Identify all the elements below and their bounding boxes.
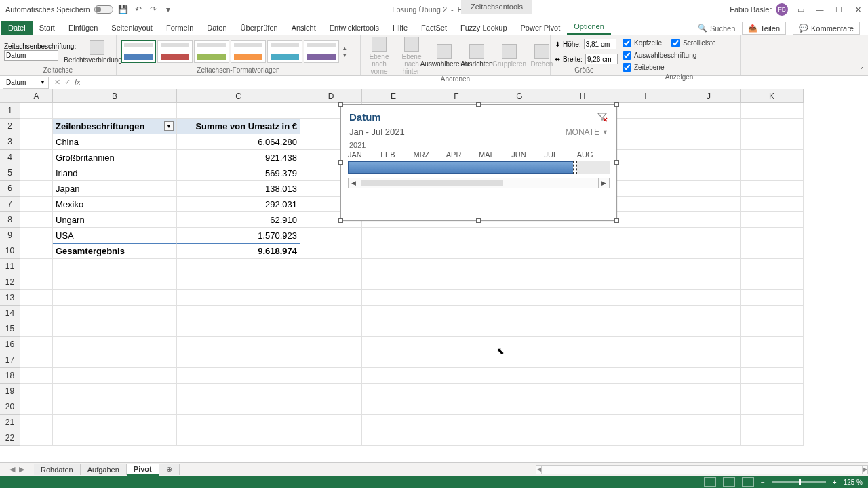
col-header-E[interactable]: E [362,89,425,103]
row-header-2[interactable]: 2 [0,119,20,134]
sheet-tab-aufgaben[interactable]: Aufgaben [81,464,127,475]
scroll-right-icon[interactable]: ▶ [862,466,867,474]
style-thumb-2[interactable] [157,40,193,63]
zoom-level[interactable]: 125 % [844,479,863,486]
tab-developer[interactable]: Entwicklertools [323,21,386,35]
selection-pane-button[interactable]: Auswahlbereich [430,44,458,68]
resize-handle[interactable] [476,218,481,223]
row-header-14[interactable]: 14 [0,306,20,321]
autosave-toggle[interactable]: Automatisches Speichern [5,5,113,14]
redo-icon[interactable]: ↷ [149,5,158,14]
minimize-icon[interactable]: — [814,3,826,16]
fx-icon[interactable]: fx [75,78,81,87]
pivot-filter-dropdown[interactable]: ▼ [164,121,174,131]
cancel-formula-icon[interactable]: ✕ [54,78,60,87]
row-header-7[interactable]: 7 [0,197,20,212]
tab-view[interactable]: Ansicht [285,21,323,35]
row-header-10[interactable]: 10 [0,243,20,259]
row-header-12[interactable]: 12 [0,274,20,290]
row-header-6[interactable]: 6 [0,181,20,197]
sheet-nav-prev-icon[interactable]: ◀ [9,465,15,474]
tab-help[interactable]: Hilfe [386,21,414,35]
row-header-15[interactable]: 15 [0,321,20,337]
clear-filter-icon[interactable] [596,110,608,123]
tab-options[interactable]: Optionen [567,20,611,35]
view-pagebreak-icon[interactable] [742,477,754,487]
row-header-22[interactable]: 22 [0,430,20,446]
timeline-track[interactable] [348,161,610,174]
row-header-8[interactable]: 8 [0,212,20,228]
zoom-in-icon[interactable]: + [833,479,837,486]
worksheet-grid[interactable]: ABCDEFGHIJK 1234567891011121314151617181… [0,89,868,449]
style-thumb-1[interactable] [121,40,156,63]
tab-data[interactable]: Daten [200,21,233,35]
row-header-13[interactable]: 13 [0,290,20,306]
collapse-ribbon-icon[interactable]: ˄ [861,66,864,74]
chk-time-level[interactable]: Zeitebene [623,61,664,73]
report-connections-button[interactable]: Berichtsverbindungen [81,40,112,64]
scroll-left-icon[interactable]: ◀ [536,466,542,474]
timeline-grip[interactable] [573,161,577,174]
resize-handle[interactable] [614,218,619,223]
resize-handle[interactable] [476,102,481,107]
sheet-tab-pivot[interactable]: Pivot [127,464,159,476]
resize-handle[interactable] [338,218,343,223]
col-header-A[interactable]: A [20,89,53,103]
view-layout-icon[interactable] [723,477,735,487]
accept-formula-icon[interactable]: ✓ [64,78,71,87]
sheet-tab-rohdaten[interactable]: Rohdaten [34,464,81,475]
tab-file[interactable]: Datei [1,21,33,35]
row-header-5[interactable]: 5 [0,165,20,181]
scroll-right-icon[interactable]: ▶ [598,178,609,188]
timeline-level-dropdown[interactable]: MONATE▼ [566,127,608,137]
toggle-switch-icon[interactable] [94,5,113,14]
row-header-11[interactable]: 11 [0,259,20,274]
tab-fuzzy[interactable]: Fuzzy Lookup [454,21,513,35]
row-header-20[interactable]: 20 [0,399,20,415]
scroll-thumb[interactable] [361,180,503,186]
zoom-slider[interactable] [772,481,826,483]
chk-scrollbar[interactable]: Scrollleiste [671,37,715,49]
tab-layout[interactable]: Seitenlayout [104,21,159,35]
tab-formulas[interactable]: Formeln [159,21,200,35]
sheet-nav-next-icon[interactable]: ▶ [19,465,24,474]
share-button[interactable]: 📤Teilen [742,22,786,35]
select-all-corner[interactable] [0,89,20,103]
style-thumb-5[interactable] [267,40,302,63]
row-header-3[interactable]: 3 [0,134,20,150]
tab-factset[interactable]: FactSet [414,21,454,35]
resize-handle[interactable] [614,102,619,107]
width-input[interactable] [585,54,618,64]
height-input[interactable] [584,39,616,49]
horizontal-scrollbar[interactable]: ◀▶ [536,465,868,474]
col-header-I[interactable]: I [614,89,677,103]
gallery-more-icon[interactable]: ▴▾ [343,45,347,58]
view-normal-icon[interactable] [704,477,716,487]
row-header-21[interactable]: 21 [0,415,20,430]
style-thumb-6[interactable] [304,40,339,63]
row-header-9[interactable]: 9 [0,228,20,243]
timeline-slicer[interactable]: Datum Jan - Jul 2021 MONATE▼ 2021 JANFEB… [340,104,617,221]
tab-powerpivot[interactable]: Power Pivot [514,21,568,35]
timeline-selection[interactable] [348,161,576,174]
row-header-16[interactable]: 16 [0,337,20,352]
chk-selection-label[interactable]: Auswahlbeschriftung [623,49,696,61]
scroll-left-icon[interactable]: ◀ [349,178,359,188]
ribbon-display-icon[interactable]: ▭ [795,3,807,16]
col-header-J[interactable]: J [677,89,741,103]
chevron-down-icon[interactable]: ▼ [40,79,45,85]
undo-icon[interactable]: ↶ [134,5,143,14]
close-icon[interactable]: ✕ [852,3,864,16]
tab-review[interactable]: Überprüfen [234,21,285,35]
row-header-1[interactable]: 1 [0,103,20,119]
align-button[interactable]: Ausrichten [462,44,491,68]
style-gallery[interactable] [121,40,339,63]
col-header-C[interactable]: C [177,89,300,103]
col-header-K[interactable]: K [741,89,804,103]
col-header-B[interactable]: B [53,89,177,103]
resize-handle[interactable] [614,160,619,165]
col-header-H[interactable]: H [551,89,614,103]
user-account[interactable]: Fabio Basler FB [730,3,788,16]
search-box[interactable]: 🔍 Suchen [698,24,735,33]
row-header-19[interactable]: 19 [0,384,20,399]
